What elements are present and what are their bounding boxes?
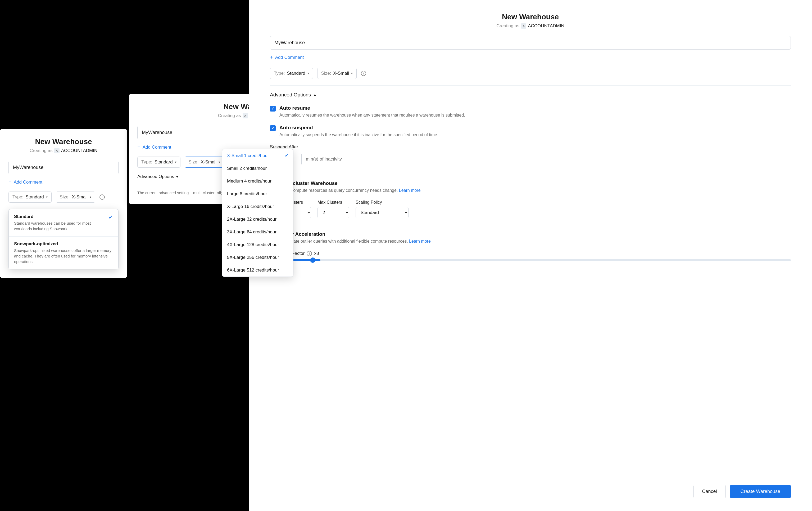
query-accel-row: Query Acceleration Accelerate outlier qu… — [270, 231, 791, 244]
auto-suspend-checkbox[interactable] — [270, 125, 276, 131]
query-accel-learn-more[interactable]: Learn more — [409, 239, 431, 243]
size-item-2xlarge[interactable]: 2X-Large 32 credits/hour — [222, 213, 293, 226]
selected-check-icon: ✓ — [109, 214, 113, 220]
account-icon-2: A — [242, 113, 248, 118]
panel3-subtitle: Creating as A ACCOUNTADMIN — [270, 23, 791, 29]
type-size-row-3: Type: Standard ▾ Size: X-Small ▾ i — [270, 68, 791, 79]
size-dropdown-menu: X-Small 1 credit/hour ✓ Small 2 credits/… — [222, 149, 293, 277]
size-item-6xlarge[interactable]: 6X-Large 512 credits/hour — [222, 264, 293, 276]
size-selected-check: ✓ — [285, 153, 288, 158]
auto-resume-desc: Automatically resumes the warehouse when… — [280, 112, 465, 118]
size-item-small[interactable]: Small 2 credits/hour — [222, 162, 293, 175]
max-clusters-label: Max Clusters — [318, 200, 349, 205]
chevron-down-icon-3: ▾ — [219, 160, 220, 164]
max-clusters-group: Max Clusters 1 2 3 — [318, 200, 349, 218]
advanced-options-toggle-3[interactable]: Advanced Options ▲ — [270, 92, 317, 98]
account-icon: A — [54, 148, 60, 153]
chevron-down-icon: ▾ — [46, 195, 48, 199]
warehouse-name-input[interactable] — [8, 161, 119, 174]
size-item-xsmall[interactable]: X-Small 1 credit/hour ✓ — [222, 149, 293, 162]
size-dropdown-button[interactable]: Size: X-Small ▾ — [56, 191, 95, 203]
panel-type-dropdown: New Warehouse Creating as A ACCOUNTADMIN… — [0, 129, 127, 278]
panel3-title: New Warehouse — [270, 13, 791, 21]
chevron-up-icon: ▾ — [176, 174, 178, 179]
auto-resume-checkbox[interactable] — [270, 106, 276, 111]
size-item-xlarge[interactable]: X-Large 16 credits/hour — [222, 200, 293, 213]
advanced-options-toggle-2[interactable]: Advanced Options ▾ — [137, 174, 178, 179]
multi-cluster-label: Multi-cluster Warehouse — [280, 180, 421, 186]
type-dropdown-button[interactable]: Type: Standard ▾ — [8, 191, 52, 203]
chevron-down-icon-4: ▾ — [308, 72, 309, 75]
panel1-subtitle: Creating as A ACCOUNTADMIN — [8, 148, 119, 153]
size-item-5xlarge[interactable]: 5X-Large 256 credits/hour — [222, 251, 293, 264]
size-dropdown-button-2[interactable]: Size: X-Small ▾ — [185, 157, 224, 168]
scale-factor-info-icon[interactable]: i — [307, 251, 312, 256]
type-item-standard[interactable]: Standard Standard warehouses can be used… — [9, 209, 118, 236]
size-dropdown-button-3[interactable]: Size: X-Small ▾ — [317, 68, 357, 79]
type-dropdown-menu: Standard Standard warehouses can be used… — [8, 209, 119, 269]
plus-icon: + — [8, 179, 12, 185]
chevron-down-icon-2: ▾ — [175, 160, 176, 164]
multi-cluster-row: Multi-cluster Warehouse Scale compute re… — [270, 180, 791, 194]
scale-factor-slider[interactable] — [280, 259, 791, 261]
auto-suspend-label: Auto suspend — [280, 125, 438, 131]
auto-suspend-desc: Automatically suspends the warehouse if … — [280, 132, 438, 138]
query-accel-label: Query Acceleration — [280, 231, 431, 237]
auto-resume-row: Auto resume Automatically resumes the wa… — [270, 105, 791, 118]
panel1-title: New Warehouse — [8, 137, 119, 146]
footer-buttons: Cancel Create Warehouse — [693, 485, 791, 498]
auto-resume-label: Auto resume — [280, 105, 465, 111]
chevron-down-icon-5: ▾ — [351, 72, 353, 75]
cluster-config-row: Min Clusters 1 2 3 Max Clusters 1 2 3 Sc… — [280, 200, 791, 218]
size-item-3xlarge[interactable]: 3X-Large 64 credits/hour — [222, 226, 293, 238]
suspend-after-label: Suspend After — [270, 144, 791, 150]
size-item-large[interactable]: Large 8 credits/hour — [222, 188, 293, 200]
scaling-policy-select[interactable]: Standard Economy — [356, 207, 408, 218]
size-info-icon-3[interactable]: i — [361, 71, 366, 76]
suspend-unit-label: min(s) of inactivity — [306, 157, 342, 162]
size-item-medium[interactable]: Medium 4 credits/hour — [222, 175, 293, 188]
add-comment-button[interactable]: + Add Comment — [8, 179, 42, 185]
type-dropdown-button-2[interactable]: Type: Standard ▾ — [137, 157, 180, 168]
scale-factor-row: Scale Factor i x8 — [280, 251, 791, 261]
query-accel-desc: Accelerate outlier queries with addition… — [280, 238, 431, 244]
multi-cluster-learn-more[interactable]: Learn more — [399, 188, 421, 193]
max-clusters-select[interactable]: 1 2 3 — [318, 207, 349, 218]
multi-cluster-desc: Scale compute resources as query concurr… — [280, 187, 421, 194]
type-dropdown-button-3[interactable]: Type: Standard ▾ — [270, 68, 313, 79]
chevron-up-icon-2: ▲ — [313, 93, 317, 97]
plus-icon-2: + — [137, 144, 141, 150]
plus-icon-3: + — [270, 54, 273, 60]
chevron-down-icon: ▾ — [90, 195, 91, 199]
auto-suspend-row: Auto suspend Automatically suspends the … — [270, 125, 791, 138]
scaling-policy-label: Scaling Policy — [356, 200, 408, 205]
size-item-4xlarge[interactable]: 4X-Large 128 credits/hour — [222, 238, 293, 251]
type-size-row: Type: Standard ▾ Size: X-Small ▾ i — [8, 191, 119, 203]
create-warehouse-button[interactable]: Create Warehouse — [730, 485, 791, 498]
add-comment-button-2[interactable]: + Add Comment — [137, 144, 171, 150]
add-comment-button-3[interactable]: + Add Comment — [270, 54, 304, 60]
size-info-icon[interactable]: i — [99, 194, 105, 200]
type-item-snowpark[interactable]: Snowpark-optimized Snowpark-optimized wa… — [9, 236, 118, 269]
account-icon-3: A — [521, 23, 526, 29]
cancel-button[interactable]: Cancel — [693, 485, 726, 498]
scaling-policy-group: Scaling Policy Standard Economy — [356, 200, 408, 218]
scale-factor-label: Scale Factor i x8 — [280, 251, 791, 256]
main-panel: New Warehouse Creating as A ACCOUNTADMIN… — [249, 0, 812, 511]
warehouse-name-input-3[interactable] — [270, 36, 791, 50]
